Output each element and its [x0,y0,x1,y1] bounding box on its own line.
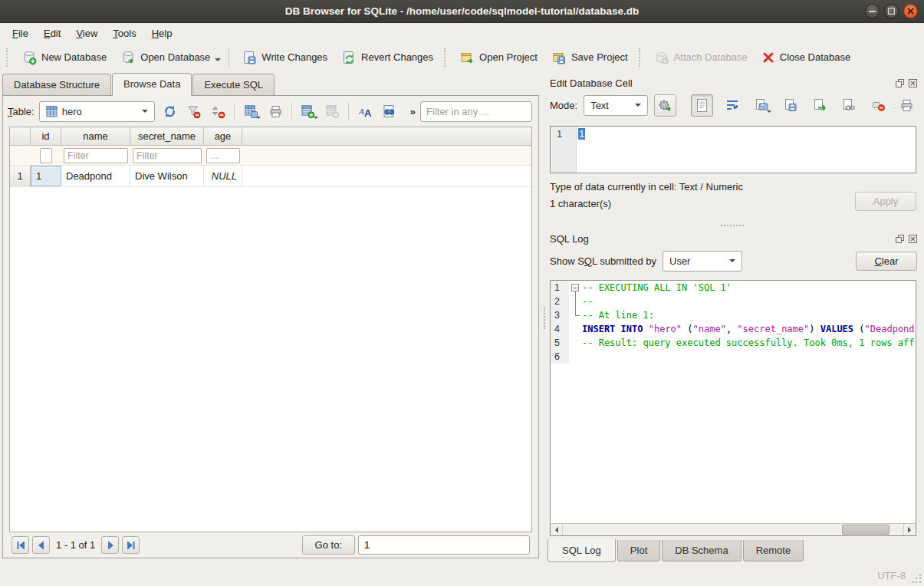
last-record-button[interactable] [122,536,140,554]
word-wrap-button[interactable] [722,95,742,116]
tab-sql-log[interactable]: SQL Log [547,539,616,562]
tab-plot[interactable]: Plot [617,540,660,561]
sql-log-view[interactable]: 1 − -- EXECUTING ALL IN 'SQL 1' 2 -- 3 -… [550,280,916,536]
fold-margin[interactable]: − [569,281,582,295]
revert-changes-button[interactable]: Revert Changes [335,47,439,68]
open-database-dropdown-caret[interactable] [215,58,221,64]
right-pane: Edit Database Cell Mode: Text [547,71,924,565]
export-cell-button[interactable] [780,95,801,116]
cell-name[interactable]: Deadpond [61,166,130,186]
column-header-id[interactable]: id [31,127,61,145]
tab-browse-data[interactable]: Browse Data [112,73,192,96]
clear-sorting-button[interactable] [209,101,229,122]
refresh-button[interactable] [159,101,179,122]
scroll-left-icon [552,527,558,533]
grid-corner[interactable] [10,127,31,145]
open-project-button[interactable]: Open Project [453,47,544,68]
print-table-button[interactable] [265,101,285,122]
first-record-button[interactable] [12,536,29,554]
clear-filters-button[interactable] [184,101,204,122]
filter-input-name[interactable] [64,148,128,163]
toolbar-overflow-button[interactable]: » [410,106,416,117]
mode-label: Mode: [550,100,577,111]
next-record-button[interactable] [101,536,119,554]
column-header-name[interactable]: name [61,127,130,145]
scrollbar-thumb[interactable] [842,525,889,535]
close-panel-button[interactable] [908,235,917,244]
menu-help[interactable]: Help [144,25,180,42]
menubar: File Edit View Tools Help [0,23,924,43]
submitted-by-select[interactable]: User [663,251,742,272]
save-project-button[interactable]: Save Project [545,47,634,68]
import-cell-button[interactable] [751,95,771,116]
auto-switch-mode-button[interactable] [654,94,676,117]
new-record-button[interactable] [298,101,318,122]
tab-remote[interactable]: Remote [743,540,804,561]
delete-record-button[interactable] [323,101,343,122]
text-mode-toggle-button[interactable] [691,94,713,117]
tab-db-schema[interactable]: DB Schema [662,540,741,561]
filter-input-secret-name[interactable] [133,148,202,163]
toolbar-handle[interactable] [639,48,643,67]
find-in-table-button[interactable] [380,101,400,122]
app-window: DB Browser for SQLite - /home/user/code/… [0,0,924,586]
previous-record-button[interactable] [32,536,50,554]
table-select[interactable]: hero [39,101,156,122]
cell-id[interactable]: 1 [31,166,61,186]
menu-file[interactable]: File [5,25,36,42]
menu-tools[interactable]: Tools [105,25,143,42]
new-database-button[interactable]: New Database [15,47,113,68]
resize-grip[interactable] [912,574,922,584]
fold-margin [569,308,582,322]
row-header[interactable]: 1 [10,166,31,186]
mode-select[interactable]: Text [584,95,648,116]
toolbar-handle[interactable] [444,48,449,67]
scrollbar-track[interactable] [563,524,903,535]
menu-view[interactable]: View [68,25,105,42]
menu-edit[interactable]: Edit [36,25,68,42]
set-null-button[interactable] [867,95,888,116]
minimize-button[interactable] [865,4,880,18]
clear-log-button[interactable]: Clear [856,252,917,271]
pane-splitter[interactable] [541,71,547,565]
write-changes-button[interactable]: Write Changes [235,47,334,68]
dock-splitter[interactable] [547,221,917,230]
font-settings-button[interactable]: A A [355,101,375,122]
column-header-age[interactable]: age [204,127,242,145]
filter-any-input[interactable] [420,101,532,122]
print-cell-button[interactable] [896,95,917,116]
copy-link-button[interactable] [838,95,859,116]
float-panel-button[interactable] [895,235,904,244]
titlebar[interactable]: DB Browser for SQLite - /home/user/code/… [0,0,924,23]
tab-execute-sql[interactable]: Execute SQL [192,74,275,95]
cell-age[interactable]: NULL [204,166,242,186]
close-panel-button[interactable] [908,79,917,88]
goto-input[interactable] [358,535,530,555]
sql-log-dock-title: SQL Log [547,230,917,248]
save-table-button[interactable] [241,101,261,122]
apply-button[interactable]: Apply [855,192,916,211]
horizontal-scrollbar[interactable] [551,523,916,535]
scroll-left-button[interactable] [551,524,563,535]
cell-editor-content[interactable]: 1 [577,127,916,173]
printer-icon [899,98,914,113]
close-button[interactable] [903,4,918,18]
filter-input-age[interactable] [206,148,240,163]
maximize-button[interactable] [884,4,899,18]
set-null-icon [871,98,885,112]
close-database-button[interactable]: Close Database [755,48,857,67]
grid-empty-area [10,187,531,532]
close-icon [907,8,914,15]
float-panel-button[interactable] [895,79,904,88]
column-header-secret-name[interactable]: secret_name [130,127,204,145]
cell-editor[interactable]: 1 1 [550,126,916,173]
open-in-app-button[interactable] [809,95,830,116]
goto-button[interactable]: Go to: [302,535,355,555]
scroll-right-button[interactable] [903,524,916,535]
cell-secret-name[interactable]: Dive Wilson [130,166,204,186]
open-database-button[interactable]: Open Database [114,47,216,68]
attach-database-button[interactable]: Attach Database [648,47,754,68]
filter-input-id[interactable] [40,148,52,163]
tab-database-structure[interactable]: Database Structure [2,74,111,95]
toolbar-handle[interactable] [6,48,11,67]
